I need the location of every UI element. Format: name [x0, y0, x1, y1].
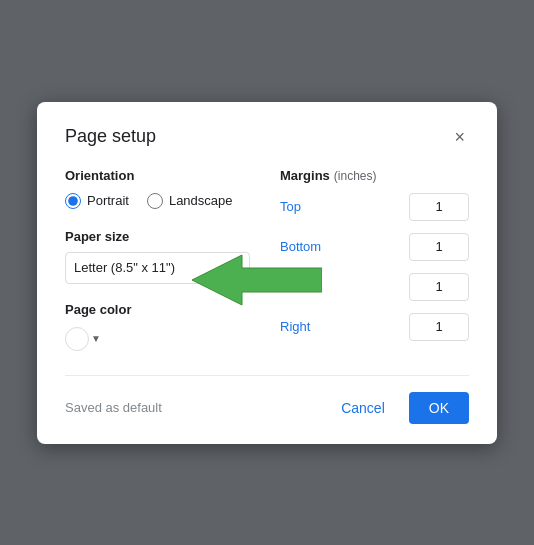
margins-title: Margins	[280, 168, 330, 183]
paper-size-label: Paper size	[65, 229, 250, 244]
margin-section: Top Bottom Left Right	[280, 193, 469, 351]
bottom-margin-input[interactable]	[409, 233, 469, 261]
color-picker-button[interactable]: ▼	[65, 327, 101, 351]
page-color-label: Page color	[65, 302, 250, 317]
top-margin-label: Top	[280, 199, 320, 214]
top-margin-row: Top	[280, 193, 469, 221]
chevron-down-icon: ▼	[91, 333, 101, 344]
dialog-body: Orientation Portrait Landscape Paper siz…	[65, 168, 469, 351]
saved-default-text: Saved as default	[65, 400, 162, 415]
dialog-header: Page setup ×	[65, 126, 469, 148]
bottom-margin-row: Bottom	[280, 233, 469, 261]
footer-buttons: Cancel OK	[325, 392, 469, 424]
ok-button[interactable]: OK	[409, 392, 469, 424]
right-margin-label: Right	[280, 319, 320, 334]
landscape-option[interactable]: Landscape	[147, 193, 233, 209]
right-margin-input[interactable]	[409, 313, 469, 341]
left-margin-row: Left	[280, 273, 469, 301]
margins-unit: (inches)	[334, 169, 377, 183]
color-circle	[65, 327, 89, 351]
right-column: Margins (inches) Top Bottom Left Right	[270, 168, 469, 351]
page-color-section: Page color ▼	[65, 302, 250, 351]
paper-size-select[interactable]: Letter (8.5" x 11") A4 (8.27" x 11.69") …	[65, 252, 250, 284]
margins-header: Margins (inches)	[280, 168, 469, 183]
orientation-row: Portrait Landscape	[65, 193, 250, 209]
portrait-radio[interactable]	[65, 193, 81, 209]
cancel-button[interactable]: Cancel	[325, 392, 401, 424]
landscape-label: Landscape	[169, 193, 233, 208]
right-margin-row: Right	[280, 313, 469, 341]
dialog-title: Page setup	[65, 126, 156, 147]
portrait-label: Portrait	[87, 193, 129, 208]
bottom-margin-label: Bottom	[280, 239, 321, 254]
paper-size-wrapper: Letter (8.5" x 11") A4 (8.27" x 11.69") …	[65, 252, 250, 284]
paper-size-section: Paper size Letter (8.5" x 11") A4 (8.27"…	[65, 229, 250, 284]
dialog-footer: Saved as default Cancel OK	[65, 375, 469, 424]
left-margin-label: Left	[280, 279, 320, 294]
left-column: Orientation Portrait Landscape Paper siz…	[65, 168, 270, 351]
close-button[interactable]: ×	[450, 126, 469, 148]
page-setup-dialog: Page setup × Orientation Portrait Landsc…	[37, 102, 497, 444]
left-margin-input[interactable]	[409, 273, 469, 301]
top-margin-input[interactable]	[409, 193, 469, 221]
landscape-radio[interactable]	[147, 193, 163, 209]
portrait-option[interactable]: Portrait	[65, 193, 129, 209]
orientation-label: Orientation	[65, 168, 250, 183]
